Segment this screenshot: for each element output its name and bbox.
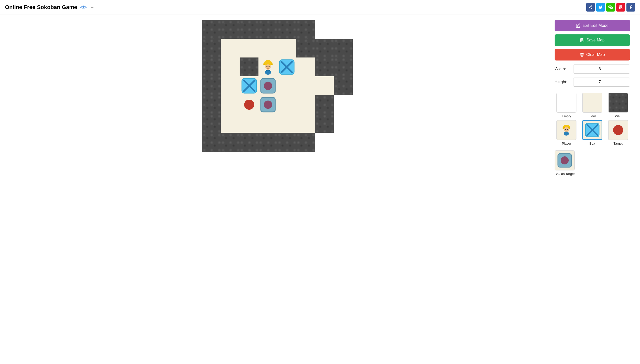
box-on-target-sprite	[260, 97, 276, 113]
cell-3-6[interactable]	[315, 76, 334, 95]
width-input[interactable]	[573, 65, 630, 74]
cell-5-4[interactable]	[277, 114, 296, 133]
palette-item-wall[interactable]: Wall	[606, 93, 630, 118]
cell-2-5[interactable]	[296, 57, 315, 76]
cell-6-2[interactable]	[240, 133, 258, 152]
palette-item-box[interactable]: Box	[580, 120, 604, 145]
game-grid[interactable]	[202, 20, 353, 152]
box-label: Box	[590, 142, 595, 145]
cell-1-6[interactable]	[315, 39, 334, 57]
cell-3-7[interactable]	[334, 76, 353, 95]
target-label: Target	[614, 142, 623, 145]
height-input[interactable]	[573, 78, 630, 87]
bot-palette-svg	[557, 153, 572, 168]
cell-2-6[interactable]	[315, 57, 334, 76]
cell-5-6[interactable]	[315, 114, 334, 133]
palette-item-player[interactable]: Player	[555, 120, 578, 145]
cell-4-5[interactable]	[296, 95, 315, 114]
site-title: Online Free Sokoban Game	[5, 4, 77, 11]
cell-3-4[interactable]	[277, 76, 296, 95]
cell-2-0[interactable]	[202, 57, 221, 76]
cell-4-6[interactable]	[315, 95, 334, 114]
width-label: Width:	[555, 67, 570, 71]
code-icon[interactable]: </>	[80, 5, 87, 10]
game-area	[10, 20, 545, 152]
svg-point-31	[561, 156, 569, 164]
cell-0-0[interactable]	[202, 20, 221, 39]
cell-4-4[interactable]	[277, 95, 296, 114]
cell-2-4[interactable]	[277, 57, 296, 76]
cell-0-7[interactable]	[334, 20, 353, 39]
cell-4-2[interactable]	[240, 95, 258, 114]
cell-5-1[interactable]	[221, 114, 240, 133]
cell-1-1[interactable]	[221, 39, 240, 57]
cell-3-5[interactable]	[296, 76, 315, 95]
save-map-button[interactable]: Save Map	[555, 34, 630, 46]
cell-6-5[interactable]	[296, 133, 315, 152]
cell-6-3[interactable]	[258, 133, 277, 152]
cell-0-5[interactable]	[296, 20, 315, 39]
target-circle	[613, 125, 623, 135]
cell-0-4[interactable]	[277, 20, 296, 39]
cell-3-0[interactable]	[202, 76, 221, 95]
wechat-button[interactable]	[606, 3, 615, 12]
palette-item-target[interactable]: Target	[606, 120, 630, 145]
cell-1-3[interactable]	[258, 39, 277, 57]
cell-3-2[interactable]	[240, 76, 258, 95]
palette-item-box-on-target[interactable]: Box on Target	[555, 150, 575, 176]
cell-2-3[interactable]	[258, 57, 277, 76]
cell-0-1[interactable]	[221, 20, 240, 39]
svg-line-4	[590, 6, 591, 7]
cell-1-5[interactable]	[296, 39, 315, 57]
facebook-button[interactable]	[626, 3, 635, 12]
clear-map-button[interactable]: Clear Map	[555, 49, 630, 60]
player-palette-svg	[559, 123, 573, 137]
cell-5-5[interactable]	[296, 114, 315, 133]
cell-6-4[interactable]	[277, 133, 296, 152]
svg-point-24	[564, 132, 569, 136]
cell-4-7[interactable]	[334, 95, 353, 114]
palette-item-floor[interactable]: Floor	[580, 93, 604, 118]
cell-6-1[interactable]	[221, 133, 240, 152]
cell-5-2[interactable]	[240, 114, 258, 133]
cell-5-7[interactable]	[334, 114, 353, 133]
cell-5-0[interactable]	[202, 114, 221, 133]
back-icon[interactable]: ←	[90, 5, 94, 10]
main-content: Exit Edit Mode Save Map Clear Map Width:…	[0, 15, 640, 181]
svg-point-0	[591, 6, 592, 7]
svg-point-25	[565, 129, 566, 130]
weibo-button[interactable]: 微	[616, 3, 625, 12]
cell-1-2[interactable]	[240, 39, 258, 57]
cell-3-1[interactable]	[221, 76, 240, 95]
cell-4-0[interactable]	[202, 95, 221, 114]
cell-2-1[interactable]	[221, 57, 240, 76]
svg-point-20	[264, 100, 272, 109]
exit-edit-button[interactable]: Exit Edit Mode	[555, 20, 630, 31]
svg-point-7	[265, 64, 271, 70]
cell-5-3[interactable]	[258, 114, 277, 133]
cell-0-3[interactable]	[258, 20, 277, 39]
cell-2-2[interactable]	[240, 57, 258, 76]
cell-4-1[interactable]	[221, 95, 240, 114]
save-icon	[580, 38, 584, 42]
twitter-button[interactable]	[596, 3, 605, 12]
cell-6-6[interactable]	[315, 133, 334, 152]
palette-item-empty[interactable]: Empty	[555, 93, 578, 118]
share-button[interactable]	[586, 3, 595, 12]
cell-1-7[interactable]	[334, 39, 353, 57]
bot-tile-preview	[555, 150, 575, 170]
wall-tile-preview	[608, 93, 628, 113]
height-label: Height:	[555, 80, 570, 84]
tile-palette: Empty Floor Wall	[555, 93, 630, 145]
cell-3-3[interactable]	[258, 76, 277, 95]
cell-6-7[interactable]	[334, 133, 353, 152]
cell-1-4[interactable]	[277, 39, 296, 57]
cell-1-0[interactable]	[202, 39, 221, 57]
svg-line-3	[590, 8, 591, 8]
cell-2-7[interactable]	[334, 57, 353, 76]
cell-0-6[interactable]	[315, 20, 334, 39]
cell-4-3[interactable]	[258, 95, 277, 114]
palette-bot-area: Box on Target	[555, 150, 630, 176]
cell-6-0[interactable]	[202, 133, 221, 152]
cell-0-2[interactable]	[240, 20, 258, 39]
